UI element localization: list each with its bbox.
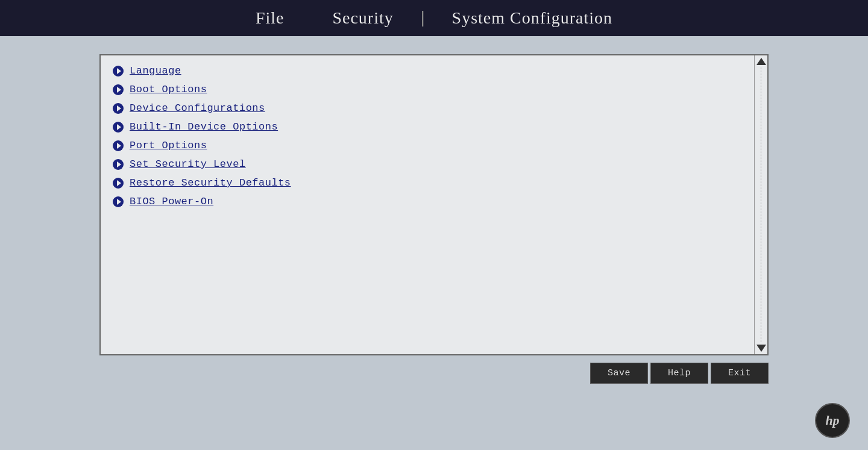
help-button[interactable]: Help — [650, 363, 708, 384]
menu-list-item-port-options[interactable]: Port Options — [101, 136, 754, 155]
main-area: LanguageBoot OptionsDevice Configuration… — [0, 36, 868, 450]
menu-bar: File Security | System Configuration — [0, 0, 868, 36]
save-button[interactable]: Save — [590, 363, 648, 384]
menu-list-item-language[interactable]: Language — [101, 61, 754, 80]
item-label-built-in-device-options: Built-In Device Options — [130, 121, 278, 133]
menu-list-item-set-security-level[interactable]: Set Security Level — [101, 155, 754, 173]
menu-list-item-boot-options[interactable]: Boot Options — [101, 80, 754, 99]
item-label-restore-security-defaults: Restore Security Defaults — [130, 177, 291, 189]
scroll-arrow-up[interactable] — [756, 58, 766, 65]
item-label-device-configurations: Device Configurations — [130, 102, 265, 114]
exit-button[interactable]: Exit — [711, 363, 769, 384]
menu-list-item-device-configurations[interactable]: Device Configurations — [101, 99, 754, 117]
content-panel: LanguageBoot OptionsDevice Configuration… — [99, 54, 769, 355]
menu-list-item-bios-power-on[interactable]: BIOS Power-On — [101, 192, 754, 211]
item-arrow-device-configurations — [113, 103, 124, 114]
item-arrow-built-in-device-options — [113, 122, 124, 133]
item-arrow-restore-security-defaults — [113, 178, 124, 189]
item-arrow-boot-options — [113, 84, 124, 95]
item-label-bios-power-on: BIOS Power-On — [130, 196, 213, 207]
item-label-port-options: Port Options — [130, 140, 207, 151]
scroll-arrow-down[interactable] — [756, 345, 766, 352]
scrollbar-track[interactable] — [754, 55, 767, 354]
item-arrow-language — [113, 66, 124, 77]
item-label-language: Language — [130, 65, 181, 77]
item-label-boot-options: Boot Options — [130, 84, 207, 95]
menu-item-security[interactable]: Security — [308, 8, 417, 28]
menu-list-item-built-in-device-options[interactable]: Built-In Device Options — [101, 117, 754, 136]
item-arrow-port-options — [113, 140, 124, 151]
menu-item-file[interactable]: File — [231, 8, 309, 28]
menu-separator-2: | — [418, 9, 428, 28]
item-arrow-bios-power-on — [113, 196, 124, 207]
menu-list-item-restore-security-defaults[interactable]: Restore Security Defaults — [101, 173, 754, 192]
scroll-track-line — [761, 67, 761, 342]
item-label-set-security-level: Set Security Level — [130, 158, 246, 170]
menu-item-system-configuration[interactable]: System Configuration — [428, 8, 637, 28]
hp-logo: hp — [815, 403, 850, 438]
item-arrow-set-security-level — [113, 159, 124, 170]
menu-list: LanguageBoot OptionsDevice Configuration… — [101, 55, 754, 354]
bottom-bar: Save Help Exit — [99, 363, 769, 384]
